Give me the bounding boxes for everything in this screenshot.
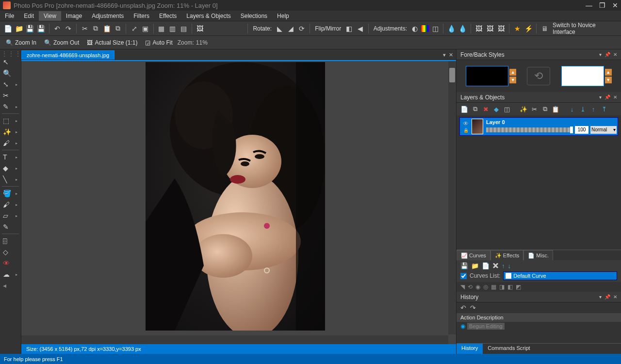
swap-colors-button[interactable]: ⟲ xyxy=(527,67,550,85)
curves-list-checkbox[interactable] xyxy=(460,273,467,279)
layer-visibility-icon[interactable]: 👁🔒 xyxy=(461,119,471,134)
brush-tool[interactable]: ✎▸ xyxy=(0,101,19,112)
panel-menu-icon[interactable]: ▾ xyxy=(599,95,602,100)
save-icon[interactable] xyxy=(25,23,35,34)
fg-up-icon[interactable]: ▲ xyxy=(509,69,516,76)
duplicate-icon[interactable] xyxy=(113,23,123,34)
extra-icon[interactable]: ▦ xyxy=(491,284,496,290)
curves-new-icon[interactable]: 📄 xyxy=(482,262,490,269)
actual-size-button[interactable]: 🖼Actual Size (1:1) xyxy=(84,38,140,47)
layer-bottom-icon[interactable]: ⤓ xyxy=(579,105,587,113)
rotate-free-icon[interactable]: ⟳ xyxy=(297,23,307,34)
extra-icon[interactable]: ◨ xyxy=(499,284,505,290)
canvas-size-icon[interactable]: ▣ xyxy=(140,23,150,34)
history-redo-icon[interactable]: ↷ xyxy=(470,304,476,312)
tab-curves[interactable]: 📈 Curves xyxy=(457,250,490,260)
extra-icon[interactable]: ◧ xyxy=(507,284,513,290)
transform-tool[interactable]: ⤡▸ xyxy=(0,79,19,90)
frame2-icon[interactable]: 🖼 xyxy=(485,23,495,34)
foreground-swatch[interactable] xyxy=(466,66,508,86)
menu-view[interactable]: View xyxy=(39,11,61,21)
tab-effects[interactable]: ✨ Effects xyxy=(490,250,523,260)
smudge-tool[interactable]: ☁▸ xyxy=(0,269,19,280)
tab-misc[interactable]: 📄 Misc. xyxy=(523,250,553,260)
rotate-left-icon[interactable]: ◣ xyxy=(275,23,285,34)
zoom-dropdown[interactable]: 11% xyxy=(196,39,225,46)
rulers-icon[interactable]: ▥ xyxy=(167,23,178,34)
panel-close-icon[interactable]: ✕ xyxy=(613,95,617,100)
layer-paste-icon[interactable]: 📋 xyxy=(552,105,559,113)
layer-down-icon[interactable]: ↓ xyxy=(568,105,576,113)
patch-tool[interactable]: ◇ xyxy=(0,247,19,257)
new-icon[interactable] xyxy=(3,23,13,34)
copy-icon[interactable] xyxy=(91,23,101,34)
curves-save-icon[interactable]: 💾 xyxy=(460,262,468,269)
document-tab[interactable]: zohre-nemati-486669-unsplash.jpg xyxy=(21,50,114,60)
tab-menu-icon[interactable]: ▾ xyxy=(443,52,446,58)
fill-tool[interactable]: 🪣▸ xyxy=(0,188,19,199)
history-undo-icon[interactable]: ↶ xyxy=(460,304,466,312)
layer-row[interactable]: 👁🔒 Layer 0 100 Normal xyxy=(459,117,618,136)
wand-tool[interactable]: ✨▸ xyxy=(0,127,19,137)
curves-delete-icon[interactable]: 🗙 xyxy=(492,262,499,269)
stamp-tool[interactable]: ⌹ xyxy=(0,236,19,246)
rotate-right-icon[interactable]: ◢ xyxy=(286,23,296,34)
collapse-toolstrip[interactable]: ◂ xyxy=(0,280,19,291)
drop2-icon[interactable]: 💧 xyxy=(458,23,468,34)
resize-icon[interactable]: ⤢ xyxy=(129,23,139,34)
vertical-scrollbar[interactable] xyxy=(448,61,456,334)
minimize-button[interactable]: — xyxy=(586,1,592,9)
panel-pin-icon[interactable]: 📌 xyxy=(605,52,610,57)
maximize-button[interactable]: ❐ xyxy=(599,1,605,9)
tab-history[interactable]: History xyxy=(457,344,483,354)
new-layer-icon[interactable]: 📄 xyxy=(460,105,468,113)
extra-icon[interactable]: ◩ xyxy=(516,284,521,290)
extra-icon[interactable]: ◉ xyxy=(475,284,480,290)
menu-effects[interactable]: Effects xyxy=(154,11,181,21)
layer-cut-icon[interactable]: ✂ xyxy=(530,105,538,113)
extra-icon[interactable]: ◥ xyxy=(460,284,465,290)
menu-layers[interactable]: Layers & Objects xyxy=(181,11,235,21)
curves-open-icon[interactable]: 📁 xyxy=(471,262,479,269)
flip-v-icon[interactable]: ◀ xyxy=(355,23,365,34)
zoom-tool[interactable]: 🔍 xyxy=(0,68,19,79)
menu-adjustments[interactable]: Adjustments xyxy=(87,11,129,21)
switch-interface-label[interactable]: Switch to Novice Interface xyxy=(553,22,616,35)
opacity-value[interactable]: 100 xyxy=(575,126,588,134)
menu-edit[interactable]: Edit xyxy=(19,11,39,21)
erase-tool[interactable]: ▱▸ xyxy=(0,210,19,221)
delete-layer-icon[interactable]: ✖ xyxy=(482,105,490,113)
layer-fx-icon[interactable]: ✨ xyxy=(520,105,527,113)
panel-menu-icon[interactable]: ▾ xyxy=(599,294,602,300)
heal-tool[interactable]: ✎ xyxy=(0,222,19,232)
layer-props-icon[interactable]: ◆ xyxy=(492,105,500,113)
crop-tool[interactable]: ✂ xyxy=(0,90,19,101)
menu-selections[interactable]: Selections xyxy=(236,11,272,21)
extra-icon[interactable]: ⟲ xyxy=(468,284,473,290)
redo-icon[interactable] xyxy=(64,23,74,34)
history-item[interactable]: ◉ Begun Editing xyxy=(457,322,621,331)
guides-icon[interactable]: ▤ xyxy=(179,23,189,34)
shape-tool[interactable]: ◆▸ xyxy=(0,163,19,174)
bg-down-icon[interactable]: ▼ xyxy=(605,77,612,83)
batch-icon[interactable]: 🖼 xyxy=(195,23,205,34)
menu-help[interactable]: Help xyxy=(272,11,294,21)
panel-menu-icon[interactable]: ▾ xyxy=(599,52,602,57)
zoom-in-button[interactable]: 🔍Zoom In xyxy=(3,38,39,47)
tab-close-icon[interactable]: ✕ xyxy=(449,52,453,58)
horizontal-scrollbar[interactable] xyxy=(21,335,448,344)
close-button[interactable]: ✕ xyxy=(612,1,618,9)
save-as-icon[interactable] xyxy=(36,23,46,34)
line-tool[interactable]: ╲▸ xyxy=(0,174,19,185)
background-swatch[interactable] xyxy=(561,66,604,86)
blend-mode-dropdown[interactable]: Normal xyxy=(590,126,617,134)
frame1-icon[interactable]: 🖼 xyxy=(474,23,484,34)
curves-up-icon[interactable]: ↑ xyxy=(502,262,505,269)
frame3-icon[interactable]: 🖼 xyxy=(496,23,506,34)
flip-h-icon[interactable]: ◧ xyxy=(344,23,354,34)
duplicate-layer-icon[interactable]: ⧉ xyxy=(471,105,479,113)
selection-tool[interactable]: ⬚▸ xyxy=(0,115,19,126)
move-tool[interactable]: ↖ xyxy=(0,57,19,67)
menu-image[interactable]: Image xyxy=(61,11,87,21)
clone-tool[interactable]: 🖌▸ xyxy=(0,199,19,210)
